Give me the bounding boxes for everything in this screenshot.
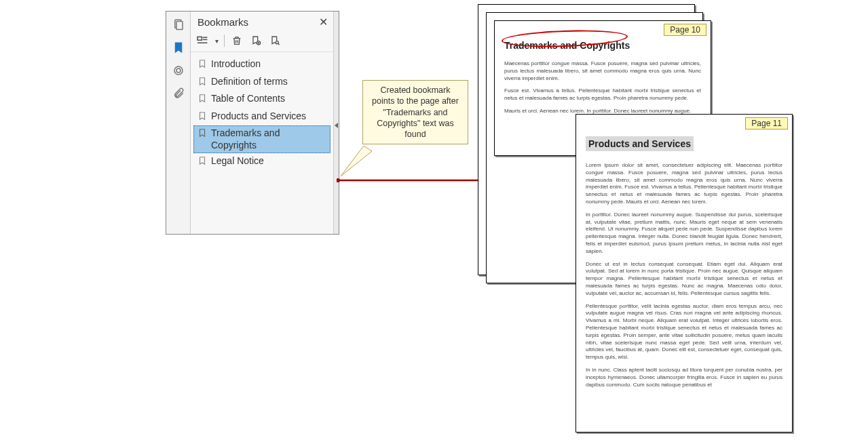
bookmark-item[interactable]: Products and Services — [193, 108, 331, 126]
callout-text: Created bookmark points to the page afte… — [372, 85, 459, 139]
bookmark-outline-icon — [197, 111, 207, 124]
bookmark-outline-icon — [197, 94, 207, 106]
page10-title: Trademarks and Copyrights — [495, 33, 639, 55]
bookmark-outline-icon — [197, 77, 207, 89]
toolbar-separator — [224, 35, 225, 47]
svg-rect-4 — [197, 37, 202, 40]
bookmark-label: Definition of terms — [211, 76, 288, 88]
bookmarks-icon[interactable] — [171, 40, 186, 55]
page11-para: In porttitor. Donec laoreet nonummy augu… — [576, 212, 792, 256]
page11-para: Pellentesque porttitor, velit lacinia eg… — [576, 303, 792, 361]
panel-header: Bookmarks ✕ — [191, 12, 333, 31]
page11-title: Products and Services — [586, 136, 694, 151]
page-11: Page 11 Products and Services Lorem ipsu… — [575, 114, 793, 433]
bookmark-label: Legal Notice — [211, 155, 264, 167]
bookmark-outline-icon — [197, 156, 207, 169]
bookmarks-list: Introduction Definition of terms Table o… — [191, 52, 333, 234]
new-bookmark-icon[interactable] — [249, 34, 263, 47]
bookmark-outline-icon — [197, 59, 207, 72]
svg-rect-1 — [176, 22, 183, 30]
target-icon[interactable] — [171, 63, 186, 78]
page11-para: Donec ut est in lectus consequat consequ… — [576, 261, 792, 298]
panel-resize-handle[interactable] — [333, 12, 339, 234]
panel-toolbar: ▾ — [191, 31, 333, 52]
svg-point-16 — [337, 178, 340, 182]
bookmark-label: Introduction — [211, 58, 261, 71]
bookmark-item-selected[interactable]: Trademarks and Copyrights — [193, 125, 331, 153]
panel-body: Bookmarks ✕ ▾ Introduction — [191, 12, 333, 234]
bookmark-item[interactable]: Legal Notice — [193, 153, 331, 171]
svg-line-12 — [278, 43, 280, 45]
svg-point-3 — [176, 68, 181, 73]
panel-title: Bookmarks — [197, 16, 248, 28]
bookmark-item[interactable]: Introduction — [193, 56, 331, 74]
bookmark-label: Table of Contents — [211, 93, 285, 105]
pages-thumbnails-icon[interactable] — [171, 17, 186, 32]
page11-para: In in nunc. Class aptent taciti sociosqu… — [576, 367, 792, 388]
bookmark-outline-icon — [197, 128, 207, 141]
options-menu-icon[interactable] — [196, 34, 210, 47]
page10-para: Maecenas porttitor congue massa. Fusce p… — [495, 60, 711, 82]
delete-icon[interactable] — [230, 34, 244, 47]
page-label-11: Page 11 — [745, 117, 788, 129]
bookmark-label: Trademarks and Copyrights — [211, 127, 326, 151]
bookmark-item[interactable]: Table of Contents — [193, 91, 331, 108]
close-icon[interactable]: ✕ — [319, 16, 328, 28]
bookmarks-panel: Bookmarks ✕ ▾ Introduction — [166, 11, 339, 235]
page10-para: Fusce est. Vivamus a tellus. Pellentesqu… — [495, 87, 711, 102]
bookmark-label: Products and Services — [211, 110, 306, 123]
callout-box: Created bookmark points to the page afte… — [362, 80, 468, 144]
attachments-icon[interactable] — [171, 86, 186, 101]
svg-point-2 — [174, 66, 183, 75]
find-bookmark-icon[interactable] — [268, 34, 282, 47]
page11-para: Lorem ipsum dolor sit amet, consectetuer… — [576, 162, 792, 206]
bookmark-item[interactable]: Definition of terms — [193, 74, 331, 92]
left-rail — [166, 12, 191, 234]
